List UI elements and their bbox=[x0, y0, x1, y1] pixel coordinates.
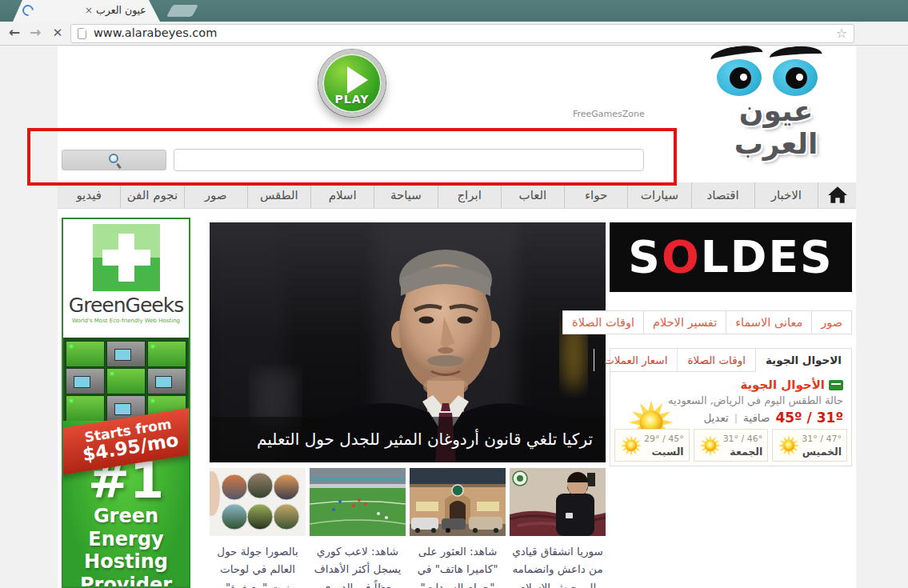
nav-item-islam[interactable]: اسلام bbox=[310, 182, 374, 208]
forward-button[interactable]: → bbox=[26, 24, 45, 40]
sponsor-credit: FreeGamesZone bbox=[573, 109, 645, 119]
sun-icon bbox=[699, 434, 722, 457]
section-link-name-meanings[interactable]: معانى الاسماء bbox=[726, 310, 812, 334]
tab-close-icon[interactable]: × bbox=[85, 5, 93, 16]
section-link-dream-interpretation[interactable]: تفسير الاحلام bbox=[643, 310, 726, 334]
forecast-day: الخميس bbox=[802, 446, 842, 458]
nav-item-photos[interactable]: صور bbox=[184, 182, 247, 208]
plus-logo-icon bbox=[93, 224, 160, 291]
forecast-temp: 31° / 47° bbox=[802, 434, 842, 444]
ad-heading: Provider bbox=[63, 574, 189, 588]
section-link-photos[interactable]: صور bbox=[811, 310, 852, 334]
nav-item-video[interactable]: فيديو bbox=[58, 182, 120, 208]
weather-tabs: الاحوال الجوية اوقات الصلاة اسعار العملا… bbox=[610, 349, 851, 372]
weather-widget: الاحوال الجوية اوقات الصلاة اسعار العملا… bbox=[610, 348, 852, 466]
forecast-row: 31° / 47° الخميس 31° / 46° الجمعة 29° / … bbox=[614, 429, 847, 462]
main-navigation: الاخبار اقتصاد سيارات حواء العاب ابراج س… bbox=[58, 182, 856, 209]
forecast-card-saturday: 29° / 45° السبت bbox=[614, 429, 690, 462]
stop-button[interactable]: ✕ bbox=[48, 26, 67, 40]
nav-item-cars[interactable]: سيارات bbox=[627, 182, 690, 208]
current-temperature: 45º / 31º bbox=[775, 410, 843, 426]
nav-item-news[interactable]: الاخبار bbox=[754, 182, 818, 208]
search-icon bbox=[109, 154, 118, 163]
main-article[interactable]: تركيا تلغي قانون أردوغان المثير للجدل حو… bbox=[210, 222, 606, 462]
thumbnail-image-paintings[interactable] bbox=[210, 468, 306, 536]
ad-heading: Green Energy bbox=[63, 505, 189, 551]
forecast-card-friday: 31° / 46° الجمعة bbox=[694, 429, 769, 462]
play-icon bbox=[347, 66, 368, 94]
ad-heading: Hosting bbox=[63, 550, 189, 574]
forecast-day: السبت bbox=[644, 446, 684, 458]
nav-item-economy[interactable]: اقتصاد bbox=[691, 182, 754, 208]
nav-item-horoscopes[interactable]: ابراج bbox=[438, 182, 501, 208]
eye-icon bbox=[717, 59, 762, 96]
forecast-temp: 31° / 46° bbox=[723, 434, 763, 444]
section-link-prayer-times[interactable]: اوقات الصلاة bbox=[562, 310, 644, 334]
thumbnail-story[interactable]: شاهد: العثور على "كاميرا هاتف" في "حمام … bbox=[410, 468, 506, 588]
url-text[interactable]: www.alarabeyes.com bbox=[94, 26, 217, 39]
webpage: PLAY FreeGamesZone عيون العرب الاخبار اق… bbox=[0, 46, 908, 588]
bookmark-star-icon[interactable]: ☆ bbox=[836, 26, 847, 41]
article-caption[interactable]: تركيا تلغي قانون أردوغان المثير للجدل حو… bbox=[210, 417, 606, 462]
nav-item-women[interactable]: حواء bbox=[564, 182, 627, 208]
back-button[interactable]: ← bbox=[5, 24, 24, 40]
play-label: PLAY bbox=[322, 93, 382, 106]
page-icon bbox=[78, 28, 86, 39]
weather-tab-prayer-times[interactable]: اوقات الصلاة bbox=[677, 349, 755, 371]
logo-text: عيون العرب bbox=[694, 94, 858, 160]
nav-item-tourism[interactable]: سياحة bbox=[374, 182, 437, 208]
weather-title: الأحوال الجوية bbox=[740, 378, 825, 392]
nav-item-weather[interactable]: الطقس bbox=[247, 182, 310, 208]
weather-edit-link[interactable]: تعديل bbox=[703, 411, 728, 424]
tab-title: عيون العرب bbox=[96, 4, 146, 16]
nav-item-games[interactable]: العاب bbox=[501, 182, 564, 208]
ad-tagline: World's Most Eco-friendly Web Hosting bbox=[63, 318, 189, 324]
ad-brand: GreenGeeks bbox=[63, 294, 189, 317]
loading-spinner-icon bbox=[20, 2, 36, 18]
section-links: صور معانى الاسماء تفسير الاحلام اوقات ال… bbox=[610, 310, 852, 334]
ad-header: GreenGeeks World's Most Eco-friendly Web… bbox=[63, 224, 189, 338]
sun-icon bbox=[778, 434, 800, 457]
search-button[interactable] bbox=[62, 150, 166, 170]
thumbnail-image-soccer[interactable] bbox=[310, 468, 406, 536]
new-tab-button[interactable] bbox=[166, 5, 198, 17]
greengeeks-ad-banner[interactable]: GreenGeeks World's Most Eco-friendly Web… bbox=[62, 218, 190, 588]
weather-tab-conditions[interactable]: الاحوال الجوية bbox=[755, 349, 851, 372]
thumbnail-image-storefront[interactable] bbox=[410, 468, 506, 536]
url-bar[interactable]: www.alarabeyes.com ☆ bbox=[70, 24, 854, 43]
thumbnail-story[interactable]: شاهد: لاعب كوري يسجل أكثر الأهداف حظاً ف… bbox=[310, 468, 406, 588]
forecast-temp: 29° / 45° bbox=[644, 434, 684, 444]
nav-item-art-stars[interactable]: نجوم الفن bbox=[120, 182, 183, 208]
eye-icon bbox=[773, 59, 818, 96]
separator: | bbox=[734, 412, 738, 424]
sun-icon bbox=[620, 434, 642, 457]
thumbnail-story[interactable]: سوريا انشقاق قيادي من داعش وانضمامه إلى … bbox=[510, 468, 606, 588]
play-button[interactable]: PLAY bbox=[318, 50, 386, 117]
thumbnail-story[interactable]: بالصورا جولة حول العالم في لوحات زيت "مص… bbox=[210, 468, 306, 588]
browser-tab[interactable]: × عيون العرب bbox=[2, 0, 160, 22]
weather-tab-currency-rates[interactable]: اسعار العملات bbox=[594, 349, 677, 371]
saudi-flag-icon bbox=[829, 380, 843, 390]
forecast-card-thursday: 31° / 47° الخميس bbox=[772, 429, 847, 462]
thumbnail-caption[interactable]: شاهد: العثور على "كاميرا هاتف" في "حمام … bbox=[410, 542, 506, 588]
weather-condition: صافية bbox=[743, 411, 770, 424]
thumbnail-caption[interactable]: سوريا انشقاق قيادي من داعش وانضمامه إلى … bbox=[510, 542, 606, 588]
thumbnail-caption[interactable]: شاهد: لاعب كوري يسجل أكثر الأهداف حظاً ف… bbox=[310, 542, 406, 588]
home-icon bbox=[826, 185, 849, 206]
browser-tab-strip: × عيون العرب bbox=[0, 0, 908, 22]
thumbnail-image-interview[interactable] bbox=[510, 468, 606, 536]
browser-toolbar: ← → ✕ www.alarabeyes.com ☆ bbox=[0, 22, 908, 46]
thumbnail-caption[interactable]: بالصورا جولة حول العالم في لوحات زيت "مص… bbox=[210, 542, 306, 588]
site-logo[interactable]: عيون العرب bbox=[694, 48, 858, 130]
forecast-day: الجمعة bbox=[723, 446, 763, 458]
nav-home-button[interactable] bbox=[818, 182, 856, 208]
soldes-ad-banner[interactable]: SOLDES bbox=[610, 222, 852, 292]
search-input[interactable] bbox=[174, 149, 644, 171]
